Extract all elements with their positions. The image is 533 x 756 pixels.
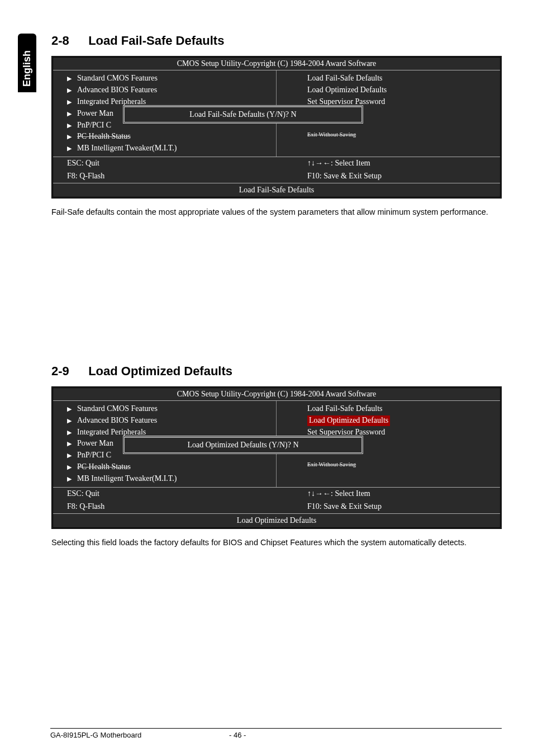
menu-item[interactable]: Load Fail-Safe Defaults xyxy=(277,73,500,84)
menu-item-highlighted[interactable]: Load Optimized Defaults xyxy=(277,415,500,427)
menu-item[interactable]: Exit Without Saving xyxy=(307,131,356,138)
section-num-1: 2-8 xyxy=(51,34,85,48)
language-tab: English xyxy=(18,34,36,92)
bios-helpbar-1: Load Fail-Safe Defaults xyxy=(53,183,500,197)
menu-item[interactable]: ▶MB Intelligent Tweaker(M.I.T.) xyxy=(53,143,276,154)
bios-screen-2: CMOS Setup Utility-Copyright (C) 1984-20… xyxy=(51,386,502,529)
menu-item[interactable]: ▶Advanced BIOS Features xyxy=(53,84,276,96)
section-num-2: 2-9 xyxy=(51,364,85,379)
footer-page-number: - 46 - xyxy=(229,731,263,739)
confirm-dialog-1[interactable]: Load Fail-Safe Defaults (Y/N)? N xyxy=(123,105,363,124)
footer-product: GA-8I915PL-G Motherboard xyxy=(50,731,229,739)
triangle-icon: ▶ xyxy=(67,417,77,425)
footer-select: ↑↓→←: Select Item xyxy=(277,157,500,170)
triangle-icon: ▶ xyxy=(67,405,77,413)
footer-select: ↑↓→←: Select Item xyxy=(277,488,500,500)
triangle-icon: ▶ xyxy=(67,86,77,94)
triangle-icon: ▶ xyxy=(67,440,77,448)
triangle-icon: ▶ xyxy=(67,451,77,460)
triangle-icon: ▶ xyxy=(67,110,77,118)
menu-item[interactable]: ▶MB Intelligent Tweaker(M.I.T.) xyxy=(53,473,276,485)
section-heading-2: 2-9 Load Optimized Defaults xyxy=(51,364,502,379)
section-title-2: Load Optimized Defaults xyxy=(88,364,232,378)
menu-item[interactable]: ▶Standard CMOS Features xyxy=(53,403,276,415)
bios-screen-1: CMOS Setup Utility-Copyright (C) 1984-20… xyxy=(51,56,502,199)
dialog-text: Load Fail-Safe Defaults (Y/N)? N xyxy=(125,107,361,122)
page-footer: GA-8I915PL-G Motherboard - 46 - xyxy=(50,728,502,739)
triangle-icon: ▶ xyxy=(67,133,77,141)
confirm-dialog-2[interactable]: Load Optimized Defaults (Y/N)? N xyxy=(123,436,363,454)
section-heading-1: 2-8 Load Fail-Safe Defaults xyxy=(51,34,502,48)
triangle-icon: ▶ xyxy=(67,121,77,130)
triangle-icon: ▶ xyxy=(67,144,77,153)
triangle-icon: ▶ xyxy=(67,98,77,106)
bios-helpbar-2: Load Optimized Defaults xyxy=(53,513,500,527)
bios-title-2: CMOS Setup Utility-Copyright (C) 1984-20… xyxy=(53,388,500,400)
menu-item[interactable]: Load Optimized Defaults xyxy=(277,84,500,96)
triangle-icon: ▶ xyxy=(67,428,77,437)
footer-esc: ESC: Quit xyxy=(53,157,277,170)
footer-esc: ESC: Quit xyxy=(53,488,277,500)
menu-item[interactable]: ▶PC Health Status xyxy=(53,461,276,473)
triangle-icon: ▶ xyxy=(67,463,77,471)
section-title-1: Load Fail-Safe Defaults xyxy=(88,34,224,48)
menu-item[interactable]: ▶Advanced BIOS Features xyxy=(53,415,276,427)
menu-item[interactable]: ▶Standard CMOS Features xyxy=(53,73,276,84)
dialog-text: Load Optimized Defaults (Y/N)? N xyxy=(125,438,361,452)
triangle-icon: ▶ xyxy=(67,74,77,83)
footer-f8: F8: Q-Flash xyxy=(53,170,277,183)
section-paragraph-1: Fail-Safe defaults contain the most appr… xyxy=(51,206,502,219)
footer-f10: F10: Save & Exit Setup xyxy=(277,500,500,513)
triangle-icon: ▶ xyxy=(67,475,77,483)
footer-f8: F8: Q-Flash xyxy=(53,500,277,513)
menu-item[interactable]: Exit Without Saving xyxy=(307,461,356,467)
footer-f10: F10: Save & Exit Setup xyxy=(277,170,500,183)
menu-item[interactable]: ▶PC Health Status xyxy=(53,131,276,143)
menu-item[interactable]: Load Fail-Safe Defaults xyxy=(277,403,500,415)
bios-title-1: CMOS Setup Utility-Copyright (C) 1984-20… xyxy=(53,58,500,70)
section-paragraph-2: Selecting this field loads the factory d… xyxy=(51,537,502,549)
